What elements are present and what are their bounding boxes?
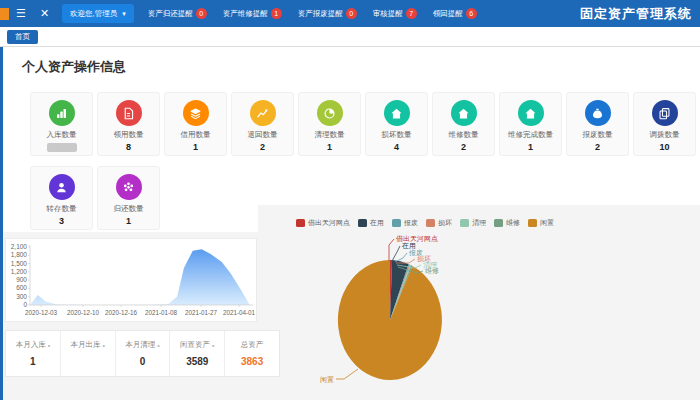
summary-stat: 本月清理•0: [115, 331, 170, 376]
summary-stat: 总资产3863: [224, 331, 279, 376]
tab-home[interactable]: 首页: [7, 30, 38, 44]
summary-stat-label-text: 本月出库: [70, 340, 100, 350]
notification-tabs: 资产归还提醒0资产维修提醒1资产报废提醒0审核提醒7领回提醒6: [140, 8, 485, 19]
redacted-value: [47, 143, 77, 152]
stat-card: 维修完成数量1: [499, 92, 562, 156]
menu-icon[interactable]: ☰: [16, 0, 26, 27]
app-logo: [0, 8, 9, 20]
stat-card: 维修数量2: [432, 92, 495, 156]
dot-icon: •: [212, 342, 214, 349]
app-title: 固定资产管理系统: [580, 5, 692, 23]
section-title: 个人资产操作信息: [22, 58, 126, 76]
stat-card: 损坏数量4: [365, 92, 428, 156]
stat-card-label: 报废数量: [583, 130, 613, 140]
stat-card-value: 2: [260, 142, 265, 152]
stat-card-value: 2: [595, 142, 600, 152]
summary-stats: 本月入库•1本月出库•本月清理•0闲置资产•3589总资产3863: [5, 330, 280, 377]
notification-tab-label: 领回提醒: [433, 9, 463, 19]
house-icon: [451, 100, 477, 126]
y-axis-tick: 1,800: [11, 251, 28, 258]
summary-stat: 本月出库•: [60, 331, 115, 376]
stat-card: 退回数量2: [231, 92, 294, 156]
person-icon: [49, 174, 75, 200]
x-axis-tick: 2021-01-08: [145, 309, 178, 316]
notification-badge: 0: [346, 8, 357, 19]
stat-card: 转存数量3: [30, 166, 93, 230]
house-icon: [384, 100, 410, 126]
moneybag-icon: [585, 100, 611, 126]
notification-tab-label: 资产归还提醒: [148, 9, 193, 19]
stat-card: 借用数量1: [164, 92, 227, 156]
pie-slice-label: 维修: [425, 267, 439, 275]
dot-icon: •: [48, 342, 50, 349]
stat-card: 归还数量1: [97, 166, 160, 230]
stat-card-label: 退回数量: [248, 130, 278, 140]
summary-stat-label-text: 本月清理: [125, 340, 155, 350]
summary-stat-label: 本月入库•: [16, 340, 50, 350]
welcome-text: 欢迎您,管理员: [70, 9, 117, 19]
x-axis-tick: 2021-01-27: [185, 309, 218, 316]
notification-tab[interactable]: 领回提醒6: [433, 8, 477, 19]
trend-icon: [250, 100, 276, 126]
notification-badge: 7: [406, 8, 417, 19]
copy-icon: [652, 100, 678, 126]
stat-card-value: 1: [528, 142, 533, 152]
notification-badge: 0: [196, 8, 207, 19]
bar-chart-icon: [49, 100, 75, 126]
pie-slice[interactable]: [338, 260, 442, 380]
notification-badge: 6: [466, 8, 477, 19]
house-icon: [518, 100, 544, 126]
notification-badge: 1: [271, 8, 282, 19]
stat-card: 入库数量: [30, 92, 93, 156]
stat-card: 清理数量1: [298, 92, 361, 156]
summary-stat-value: 1: [30, 356, 36, 367]
y-axis-tick: 900: [16, 276, 27, 283]
stat-card: 报废数量2: [566, 92, 629, 156]
user-dropdown[interactable]: 欢迎您,管理员 ▾: [62, 4, 134, 23]
stat-card-label: 损坏数量: [382, 130, 412, 140]
notification-tab[interactable]: 资产报废提醒0: [298, 8, 357, 19]
area-series: [30, 249, 253, 305]
y-axis-tick: 2,100: [11, 243, 28, 250]
asset-trend-area-chart: 2,1001,8001,5001,20090060030002020-12-03…: [5, 238, 257, 322]
y-axis-tick: 300: [16, 293, 27, 300]
pie-label-line: [392, 246, 400, 261]
x-axis-tick: 2020-12-16: [105, 309, 138, 316]
summary-stat: 本月入库•1: [6, 331, 60, 376]
x-axis-tick: 2020-12-10: [67, 309, 100, 316]
x-axis-tick: 2021-04-01: [223, 309, 256, 316]
stat-card-label: 归还数量: [114, 204, 144, 214]
stat-card-value: 10: [659, 142, 669, 152]
stat-card-label: 领用数量: [114, 130, 144, 140]
summary-stat-label-text: 本月入库: [16, 340, 46, 350]
stat-card-value: 8: [126, 142, 131, 152]
summary-stat-label: 闲置资产•: [180, 340, 214, 350]
close-icon[interactable]: ✕: [40, 0, 49, 27]
summary-stat-value: 3589: [186, 356, 208, 367]
dot-icon: •: [102, 342, 104, 349]
notification-tab[interactable]: 审核提醒7: [373, 8, 417, 19]
x-axis-tick: 2020-12-03: [25, 309, 58, 316]
pie-label-line: [336, 369, 358, 379]
stat-card-label: 借用数量: [181, 130, 211, 140]
summary-stat-label: 总资产: [241, 340, 264, 350]
stat-card-label: 维修数量: [449, 130, 479, 140]
collapsed-sidebar: [0, 27, 3, 400]
notification-tab-label: 审核提醒: [373, 9, 403, 19]
stat-card-value: 4: [394, 142, 399, 152]
stat-card: 调拨数量10: [633, 92, 696, 156]
stat-card-value: 2: [461, 142, 466, 152]
stat-card-label: 转存数量: [47, 204, 77, 214]
chevron-down-icon: ▾: [122, 10, 126, 18]
stat-card-label: 维修完成数量: [508, 130, 553, 140]
pie-icon: [317, 100, 343, 126]
flower-icon: [116, 174, 142, 200]
summary-stat-value: 3863: [241, 356, 263, 367]
summary-stat-label-text: 闲置资产: [180, 340, 210, 350]
y-axis-tick: 1,200: [11, 268, 28, 275]
pie-label-line: [389, 239, 394, 261]
stat-card-label: 清理数量: [315, 130, 345, 140]
notification-tab[interactable]: 资产维修提醒1: [223, 8, 282, 19]
summary-stat-label: 本月出库•: [70, 340, 104, 350]
notification-tab[interactable]: 资产归还提醒0: [148, 8, 207, 19]
